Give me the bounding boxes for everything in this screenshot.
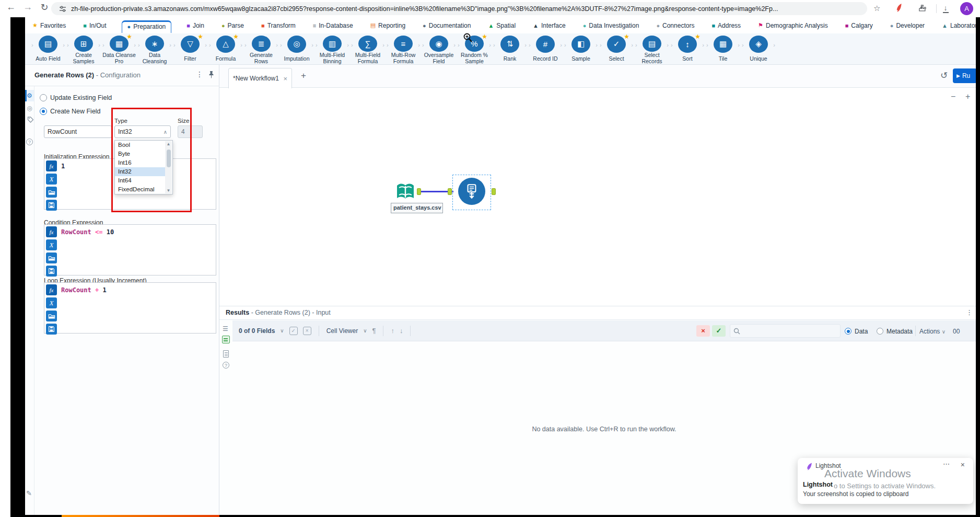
close-tab-icon[interactable]: × [283, 75, 287, 83]
forward-icon[interactable]: → [21, 2, 34, 13]
new-workflow-tab-icon[interactable]: + [301, 71, 306, 81]
ribbon-tab-developer[interactable]: ●Developer [888, 20, 927, 31]
ribbon-tab-spatial[interactable]: ▲Spatial [486, 20, 518, 31]
ribbon-tab-preparation[interactable]: ●Preparation [122, 20, 172, 33]
cancel-search-button[interactable]: × [696, 325, 710, 337]
workflow-canvas[interactable]: *New Workflow1 × + ↺ ▶ Ru − + › [219, 65, 976, 306]
results-table-view-icon[interactable] [222, 336, 230, 343]
help-icon[interactable]: ? [26, 138, 33, 145]
tool-imputation[interactable]: ›◎›Imputation [279, 33, 314, 64]
save-expression-icon[interactable] [46, 324, 57, 335]
tool-formula[interactable]: ★›△›Formula [208, 33, 243, 64]
save-expression-icon[interactable] [46, 266, 57, 277]
type-option-int64[interactable]: Int64 [115, 176, 166, 185]
ribbon-tab-calgary[interactable]: ■Calgary [843, 20, 875, 31]
zoom-in-icon[interactable]: + [965, 92, 970, 101]
select-all-fields-icon[interactable]: ✓ [289, 327, 298, 335]
tool-select[interactable]: ★›✓›Select [599, 33, 634, 64]
variables-icon[interactable]: X [46, 239, 57, 250]
formula-fx-icon[interactable]: fx [46, 284, 57, 295]
tool-data-cleanse-pro[interactable]: ★›▦›Data Cleanse Pro [101, 33, 137, 64]
tool-unique[interactable]: ›◈›Unique [741, 33, 776, 64]
ribbon-tab-in-database[interactable]: ≡In-Database [311, 20, 355, 31]
address-bar[interactable]: zh-file-production-private.s3.amazonaws.… [51, 2, 867, 15]
back-icon[interactable]: ← [4, 2, 18, 13]
tool-record-id[interactable]: ›#›Record ID [528, 33, 563, 64]
ribbon-tab-in-out[interactable]: ■In/Out [81, 20, 108, 31]
tool-create-samples[interactable]: ›⊞›Create Samples [66, 33, 101, 64]
ribbon-tab-join[interactable]: ■Join [184, 20, 206, 31]
whitespace-pilcrow-icon[interactable]: ¶ [372, 327, 376, 335]
expression-text[interactable]: RowCount <= 10 [61, 228, 114, 236]
radio-update-existing-field[interactable] [40, 94, 47, 101]
tool-multi-field-binning[interactable]: ›▥›Multi-Field Binning [314, 33, 350, 64]
edit-pencil-icon[interactable]: ✎ [26, 489, 32, 497]
version-history-icon[interactable]: ↺ [940, 70, 948, 81]
tool-rank[interactable]: ›⇅›Rank [492, 33, 528, 64]
input-anchor[interactable] [448, 188, 452, 195]
arrow-up-icon[interactable]: ↑ [391, 327, 394, 335]
tool-tile[interactable]: ›▦›Tile [705, 33, 741, 64]
lightshot-notification[interactable]: Lightshot ⋯ × Lightshot Your screenshot … [798, 458, 973, 504]
ribbon-tab-laboratory[interactable]: ▲Laboratory [940, 20, 980, 31]
ribbon-tab-interface[interactable]: ▲Interface [531, 20, 568, 31]
dropdown-scrollbar[interactable]: ▲ ▼ [165, 141, 172, 193]
results-search-box[interactable] [730, 324, 841, 338]
variables-icon[interactable]: X [46, 174, 57, 185]
results-menu-kebab-icon[interactable]: ⋮ [966, 308, 973, 316]
expression-editor[interactable]: fxXRowCount <= 10 [44, 224, 216, 275]
actions-dropdown[interactable]: Actions ∨ [919, 328, 946, 335]
radio-metadata[interactable] [877, 328, 883, 335]
cell-viewer-dropdown[interactable]: Cell Viewer [326, 327, 358, 335]
config-menu-kebab-icon[interactable]: ⋮ [196, 70, 203, 78]
type-option-int16[interactable]: Int16 [115, 158, 166, 167]
site-settings-tune-icon[interactable] [59, 5, 67, 13]
arrow-down-icon[interactable]: ↓ [400, 327, 403, 335]
results-log-icon[interactable] [223, 350, 229, 358]
profile-avatar[interactable]: A [960, 2, 973, 15]
annotation-target-icon[interactable]: ◎ [26, 105, 33, 112]
tool-select-records[interactable]: ›▤›Select Records [634, 33, 670, 64]
results-help-icon[interactable]: ? [223, 362, 229, 369]
fields-summary-dropdown[interactable]: 0 of 0 Fields [239, 327, 275, 335]
toast-close-icon[interactable]: × [961, 461, 965, 469]
scrollbar-thumb[interactable] [167, 150, 171, 167]
output-anchor[interactable] [492, 188, 496, 195]
toast-more-icon[interactable]: ⋯ [943, 460, 950, 468]
type-option-byte[interactable]: Byte [115, 150, 166, 158]
output-anchor[interactable] [417, 188, 421, 195]
ribbon-tab-data-investigation[interactable]: ●Data Investigation [581, 20, 641, 31]
type-dropdown[interactable]: Int32∧ [114, 125, 171, 138]
bookmark-star-icon[interactable]: ☆ [873, 4, 880, 13]
tool-oversample-field[interactable]: ›◉›Oversample Field [421, 33, 457, 64]
scroll-up-icon[interactable]: ▲ [165, 142, 172, 146]
results-list-view-icon[interactable]: ☰ [223, 325, 228, 332]
radio-create-new-field[interactable] [40, 108, 47, 115]
workflow-tab[interactable]: *New Workflow1 × [228, 68, 292, 88]
zoom-out-icon[interactable]: − [951, 92, 955, 101]
tool-sample[interactable]: ›◧›Sample [563, 33, 599, 64]
generate-rows-node[interactable] [458, 178, 485, 205]
ribbon-tab-demographic-analysis[interactable]: ⚑Demographic Analysis [756, 20, 830, 31]
ribbon-tab-favorites[interactable]: ★Favorites [30, 20, 68, 31]
open-expression-folder-icon[interactable] [46, 311, 57, 321]
tag-icon[interactable] [27, 117, 34, 123]
open-expression-folder-icon[interactable] [46, 252, 57, 263]
ribbon-tab-documentation[interactable]: ●Documentation [421, 20, 473, 31]
type-option-bool[interactable]: Bool [115, 141, 166, 150]
type-option-int32[interactable]: Int32 [115, 167, 166, 176]
downloads-icon[interactable]: ↓ [941, 3, 950, 13]
open-expression-folder-icon[interactable] [46, 187, 57, 198]
type-option-fixeddecimal[interactable]: FixedDecimal [115, 185, 166, 194]
tool-multi-row-formula[interactable]: ›≡›Multi-Row Formula [386, 33, 421, 64]
formula-fx-icon[interactable]: fx [46, 160, 57, 171]
input-node-filename-label[interactable]: patient_stays.csv [391, 203, 443, 213]
new-field-name-input[interactable] [44, 125, 112, 138]
scroll-down-icon[interactable]: ▼ [165, 188, 172, 193]
tool-random-sample[interactable]: ★›%›Random % Sample [457, 33, 492, 64]
deselect-all-fields-icon[interactable]: × [303, 327, 311, 335]
variables-icon[interactable]: X [46, 297, 57, 308]
url-text[interactable]: zh-file-production-private.s3.amazonaws.… [71, 5, 860, 13]
search-input[interactable] [742, 327, 836, 335]
ribbon-tab-reporting[interactable]: ▤Reporting [368, 20, 407, 31]
